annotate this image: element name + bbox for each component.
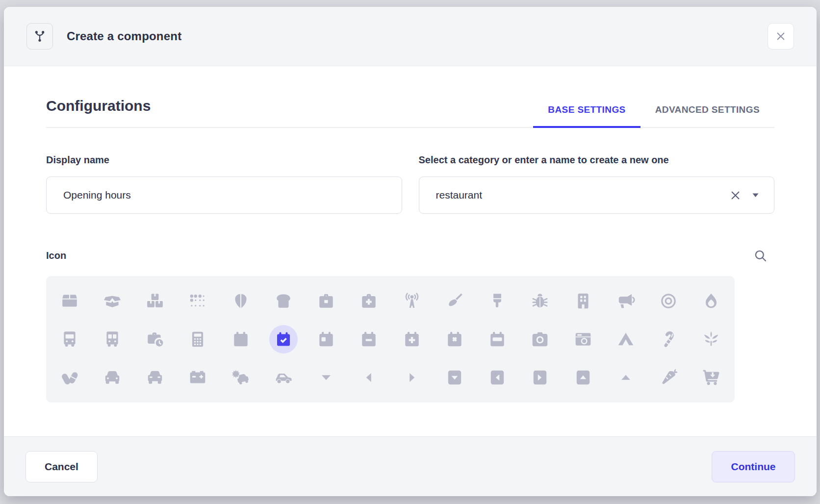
tab-base-settings[interactable]: BASE SETTINGS [533,104,640,128]
icon-building[interactable] [562,282,604,320]
dialog-title: Create a component [67,29,181,43]
icon-camera-retro[interactable] [562,320,604,358]
icon-braille[interactable] [177,282,219,320]
form-fields-row: Display name Opening hours Select a cate… [46,154,774,214]
category-field-group: Select a category or enter a name to cre… [419,154,775,214]
caret-down-icon[interactable] [752,192,759,198]
icon-brain[interactable] [219,282,262,320]
clear-x-icon[interactable] [730,190,741,201]
heading-and-tabs-row: Configurations BASE SETTINGS ADVANCED SE… [46,98,774,128]
icon-caret-square-left[interactable] [476,358,519,397]
icon-business-time[interactable] [134,320,177,358]
icon-picker-header: Icon [46,249,735,262]
icon-car-side[interactable] [262,358,305,397]
icon-caret-down[interactable] [305,358,348,397]
icon-car-burst[interactable] [219,358,262,397]
icon-grid [46,276,735,403]
display-name-label: Display name [46,154,402,166]
icon-car-rear[interactable] [134,358,177,397]
selected-icon-chip [269,325,298,353]
category-value: restaurant [436,189,730,201]
close-button[interactable] [768,23,794,50]
category-input-icons [730,190,759,201]
icon-bug[interactable] [519,282,562,320]
icon-calculator[interactable] [177,320,219,358]
display-name-value: Opening hours [63,189,385,201]
display-name-field-group: Display name Opening hours [46,154,402,214]
continue-button[interactable]: Continue [712,451,795,482]
icon-cart-arrow-down[interactable] [690,358,733,397]
icon-calendar-week[interactable] [476,320,519,358]
icon-briefcase-medical[interactable] [348,282,390,320]
section-heading: Configurations [46,98,151,114]
icon-picker-section: Icon [46,249,774,403]
icon-candy-cane[interactable] [647,320,690,358]
category-select-input[interactable]: restaurant [419,176,775,214]
page-backdrop: Create a component Configurations BASE S… [0,0,820,504]
icon-bullhorn[interactable] [604,282,647,320]
icon-bullseye[interactable] [647,282,690,320]
display-name-input[interactable]: Opening hours [46,176,402,214]
icon-carrot[interactable] [647,358,690,397]
create-component-dialog: Create a component Configurations BASE S… [4,7,817,496]
icon-bus[interactable] [48,320,91,358]
icon-burn[interactable] [690,282,733,320]
icon-calendar-minus[interactable] [348,320,390,358]
icon-calendar[interactable] [219,320,262,358]
icon-bus-alt[interactable] [91,320,133,358]
cancel-button[interactable]: Cancel [26,451,98,482]
icon-box[interactable] [48,282,91,320]
icon-brush[interactable] [476,282,519,320]
icon-caret-square-up[interactable] [562,358,604,397]
icon-car-battery[interactable] [177,358,219,397]
icon-capsules[interactable] [48,358,91,397]
icon-box-open[interactable] [91,282,133,320]
dialog-header: Create a component [4,7,817,66]
category-label: Select a category or enter a name to cre… [419,154,775,166]
icon-briefcase[interactable] [305,282,348,320]
settings-tabs: BASE SETTINGS ADVANCED SETTINGS [533,104,774,127]
icon-calendar-plus[interactable] [390,320,433,358]
icon-broom[interactable] [433,282,476,320]
icon-bread-slice[interactable] [262,282,305,320]
icon-picker-label: Icon [46,250,66,261]
icon-calendar-check[interactable] [262,320,305,358]
icon-caret-square-right[interactable] [519,358,562,397]
magnifier-icon[interactable] [754,249,767,262]
x-icon [775,30,787,42]
component-branch-icon [26,23,53,50]
icon-campground[interactable] [604,320,647,358]
dialog-footer: Cancel Continue [4,436,817,496]
dialog-body: Configurations BASE SETTINGS ADVANCED SE… [4,98,817,403]
icon-caret-square-down[interactable] [433,358,476,397]
icon-caret-right[interactable] [390,358,433,397]
icon-boxes-stacked[interactable] [134,282,177,320]
icon-tower-broadcast[interactable] [390,282,433,320]
icon-calendar-xmark[interactable] [433,320,476,358]
icon-camera[interactable] [519,320,562,358]
icon-car[interactable] [91,358,133,397]
icon-cannabis[interactable] [690,320,733,358]
icon-caret-up[interactable] [604,358,647,397]
icon-caret-left[interactable] [348,358,390,397]
icon-calendar-day[interactable] [305,320,348,358]
tab-advanced-settings[interactable]: ADVANCED SETTINGS [641,104,774,128]
